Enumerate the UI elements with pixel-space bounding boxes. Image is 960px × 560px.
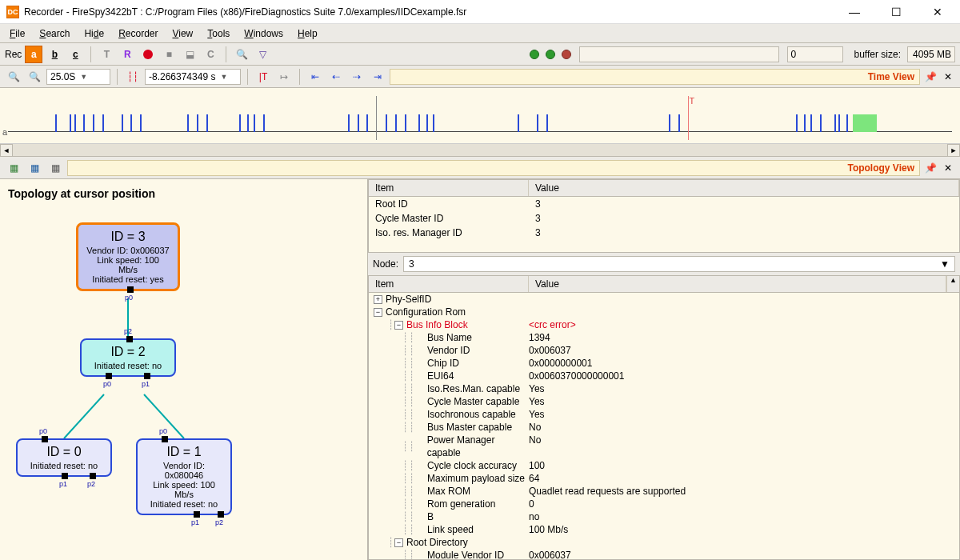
goto-end-icon[interactable]: ⇥: [369, 68, 386, 86]
summary-row[interactable]: Root ID3: [369, 197, 959, 211]
tree-row[interactable]: ┊┊Bus Master capableNo: [369, 421, 959, 434]
node-selector-bar: Node: 3▼: [368, 253, 960, 275]
marker-arrow-icon[interactable]: ↦: [275, 68, 293, 86]
tree-row[interactable]: ┊┊Maximum payload size64: [369, 472, 959, 485]
topo-mode3-icon[interactable]: ▦: [46, 159, 64, 177]
topo-node-1[interactable]: p0 ID = 1 Vendor ID: 0x080046 Link speed…: [136, 438, 232, 515]
maximize-button[interactable]: ☐: [880, 2, 912, 22]
scroll-right-icon[interactable]: ►: [947, 144, 960, 157]
minimize-button[interactable]: —: [838, 2, 870, 22]
status-led-2: [546, 50, 555, 59]
marker-t-icon[interactable]: |T: [254, 68, 272, 86]
time-view[interactable]: a ◄ ►: [0, 88, 960, 157]
menu-windows[interactable]: Windows: [238, 26, 290, 42]
topo-close-icon[interactable]: ✕: [941, 161, 955, 175]
tree-row[interactable]: ┊┊Cycle clock accuracy100: [369, 459, 959, 472]
summary-row[interactable]: Iso. res. Manager ID3: [369, 226, 959, 240]
tree-row[interactable]: ┊┊Module Vendor ID0x006037: [369, 549, 959, 560]
topology-toolbar: ▦ ▦ ▦ Topology View 📌 ✕: [0, 157, 960, 179]
status-led-1: [530, 50, 539, 59]
svg-line-1: [64, 394, 104, 438]
tree-toggle-icon[interactable]: −: [374, 308, 382, 317]
tree-toggle-icon[interactable]: +: [374, 295, 382, 304]
close-panel-icon[interactable]: ✕: [941, 70, 955, 84]
menu-recorder[interactable]: Recorder: [112, 26, 164, 42]
tree-row[interactable]: ┊┊Chip ID0x0000000001: [369, 357, 959, 370]
track-label-a: a: [2, 127, 7, 137]
summary-hdr-item: Item: [369, 180, 529, 196]
rec-a-button[interactable]: a: [25, 46, 42, 63]
menu-file[interactable]: File: [3, 26, 31, 42]
tree-row[interactable]: ┊┊Bus Name1394: [369, 331, 959, 344]
node-label: Node:: [373, 258, 398, 270]
scroll-up-icon[interactable]: ▲: [946, 276, 959, 292]
goto-prev-icon[interactable]: ⇠: [327, 68, 345, 86]
tree-hdr-item: Item: [369, 276, 529, 292]
download-button[interactable]: ⬓: [181, 46, 198, 63]
title-bar: DC Recorder - FireSpy3422bT : C:/Program…: [0, 0, 960, 24]
tree-hdr-value: Value: [529, 276, 946, 292]
time-scrollbar[interactable]: ◄ ►: [0, 143, 960, 156]
node-select[interactable]: 3▼: [403, 256, 955, 272]
cursor-icon[interactable]: ┆┆: [124, 68, 142, 86]
zoom-out-button[interactable]: 🔍: [233, 46, 250, 63]
close-button[interactable]: ✕: [922, 2, 954, 22]
tree-row[interactable]: ┊┊Isochronous capableYes: [369, 408, 959, 421]
tree-row[interactable]: ┊┊Link speed100 Mb/s: [369, 523, 959, 536]
status-led-3: [562, 50, 571, 59]
rec-b-button[interactable]: b: [46, 46, 63, 63]
menu-view[interactable]: View: [166, 26, 199, 42]
record-button[interactable]: [139, 46, 157, 63]
summary-row[interactable]: Cycle Master ID3: [369, 211, 959, 226]
topology-view-label: Topology View: [847, 162, 914, 174]
tree-row[interactable]: ┊┊EUI640x0060370000000001: [369, 370, 959, 382]
tree-row[interactable]: ┊┊Iso.Res.Man. capableYes: [369, 382, 959, 395]
menu-hide[interactable]: Hide: [78, 26, 110, 42]
tree-row[interactable]: ┊┊Max ROMQuadlet read requests are suppo…: [369, 485, 959, 498]
filter-button[interactable]: ▽: [254, 46, 271, 63]
scroll-left-icon[interactable]: ◄: [0, 144, 13, 157]
topo-node-0[interactable]: p0 ID = 0 Initiated reset: no p1 p2: [16, 438, 112, 477]
tree-row[interactable]: ┊−Bus Info Block<crc error>: [369, 318, 959, 331]
zoom-in-icon[interactable]: 🔍: [5, 68, 22, 86]
tree-row[interactable]: ┊┊Vendor ID0x006037: [369, 344, 959, 357]
topo-pin-icon[interactable]: 📌: [923, 161, 938, 175]
rec-toolbar: Rec a b c T R ■ ⬓ C 🔍 ▽ 0 buffer size: 4…: [0, 43, 960, 66]
zoom-out-icon[interactable]: 🔍: [26, 68, 43, 86]
tree-row[interactable]: ┊┊Cycle Master capableYes: [369, 395, 959, 408]
stop-button[interactable]: ■: [160, 46, 178, 63]
rec-c-button[interactable]: c: [66, 46, 84, 63]
summary-table: Item Value Root ID3Cycle Master ID3Iso. …: [368, 179, 960, 253]
tree-row[interactable]: +Phy-SelfID: [369, 293, 959, 306]
tree-row[interactable]: −Configuration Rom: [369, 306, 959, 318]
clear-button[interactable]: C: [202, 46, 219, 63]
menu-tools[interactable]: Tools: [201, 26, 236, 42]
tree-row[interactable]: ┊┊Rom generation0: [369, 498, 959, 510]
time-view-label: Time View: [868, 71, 914, 82]
topo-mode2-icon[interactable]: ▦: [26, 159, 43, 177]
menu-bar: File Search Hide Recorder View Tools Win…: [0, 24, 960, 43]
counter-slot: 0: [787, 46, 843, 62]
topo-mode1-icon[interactable]: ▦: [5, 159, 22, 177]
details-pane: Item Value Root ID3Cycle Master ID3Iso. …: [368, 179, 960, 560]
details-tree[interactable]: Item Value ▲ +Phy-SelfID−Configuration R…: [368, 275, 960, 560]
trigger-r-button[interactable]: R: [118, 46, 136, 63]
tree-row[interactable]: ┊┊Power Manager capableNo: [369, 434, 959, 459]
menu-search[interactable]: Search: [33, 26, 76, 42]
pin-icon[interactable]: 📌: [923, 70, 938, 84]
goto-next-icon[interactable]: ⇢: [348, 68, 366, 86]
menu-help[interactable]: Help: [291, 26, 324, 42]
goto-start-icon[interactable]: ⇤: [306, 68, 324, 86]
topology-view-bar: Topology View: [67, 160, 920, 176]
zoom-combo[interactable]: 25.0S▼: [46, 69, 110, 85]
buffer-value: 4095 MB: [907, 46, 955, 62]
topo-node-3[interactable]: ID = 3 Vendor ID: 0x006037 Link speed: 1…: [76, 222, 180, 291]
progress-slot: [579, 46, 779, 62]
tree-row[interactable]: ┊┊Bno: [369, 510, 959, 523]
tree-toggle-icon[interactable]: −: [394, 538, 403, 547]
tree-row[interactable]: ┊−Root Directory: [369, 536, 959, 549]
topo-node-2[interactable]: p2 ID = 2 Initiated reset: no p0 p1: [80, 338, 176, 377]
time-combo[interactable]: -8.266374349 s▼: [145, 69, 241, 85]
tree-toggle-icon[interactable]: −: [394, 321, 403, 330]
trigger-t-button[interactable]: T: [98, 46, 115, 63]
